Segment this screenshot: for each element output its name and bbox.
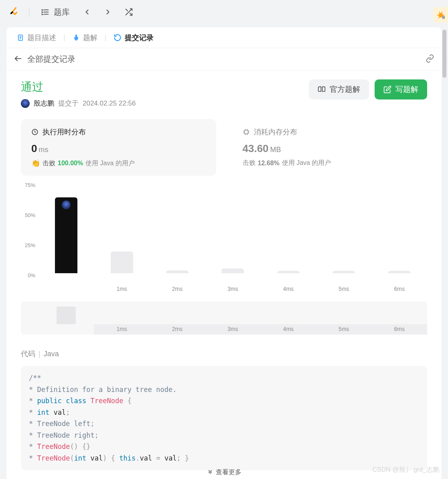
chart-bar[interactable] — [55, 197, 77, 273]
memory-title: 消耗内存分布 — [254, 127, 297, 137]
username[interactable]: 殷志鹏 — [34, 99, 54, 108]
tab-submissions[interactable]: 提交记录 — [109, 30, 158, 46]
runtime-value: 0 — [31, 142, 37, 154]
chart-bar[interactable] — [166, 270, 189, 274]
clap-icon: 👏 — [31, 159, 40, 168]
tabbar: 题目描述 | 题解 | 提交记录 — [6, 27, 442, 48]
runtime-beat-pct: 100.00% — [58, 160, 83, 167]
tab-solution[interactable]: 题解 — [68, 30, 102, 46]
mini-chart[interactable]: 1ms2ms3ms4ms5ms6ms — [21, 302, 427, 335]
subheader-title: 全部提交记录 — [27, 54, 75, 65]
memory-beat-pct: 12.68% — [258, 160, 280, 167]
status-accepted: 通过 — [21, 79, 309, 95]
chart-bar[interactable] — [332, 271, 355, 273]
problems-label: 题库 — [54, 7, 70, 18]
chart-bar[interactable] — [277, 271, 300, 273]
subheader: 全部提交记录 — [6, 48, 442, 71]
write-solution-button[interactable]: 写题解 — [375, 79, 427, 99]
share-link-icon[interactable] — [426, 54, 434, 65]
scrollbar[interactable] — [442, 29, 447, 479]
submission-meta: 殷志鹏 提交于 2024.02.25 22:56 — [21, 99, 309, 108]
main-panel: 题目描述 | 题解 | 提交记录 全部提交记录 通过 殷志鹏 — [6, 27, 442, 479]
memory-value: 43.60 — [243, 142, 269, 154]
code-lang: Java — [44, 350, 59, 358]
back-button[interactable] — [14, 54, 22, 65]
chart-bar[interactable] — [221, 268, 244, 273]
shuffle-button[interactable] — [122, 5, 136, 19]
svg-rect-7 — [442, 16, 445, 19]
code-header: 代码|Java — [21, 349, 427, 359]
avatar[interactable] — [21, 99, 30, 108]
svg-rect-14 — [244, 130, 248, 134]
problems-button[interactable]: 题库 — [38, 4, 73, 20]
official-solution-button[interactable]: 官方题解 — [309, 79, 369, 99]
svg-line-5 — [126, 9, 128, 11]
show-more-button[interactable]: 查看更多 — [207, 468, 241, 477]
runtime-title: 执行用时分布 — [43, 127, 86, 137]
prev-problem-button[interactable] — [80, 5, 94, 19]
runtime-chart: 0%25%50%75% 1ms2ms3ms4ms5ms6ms 1ms2ms3ms… — [21, 183, 427, 335]
tab-description[interactable]: 题目描述 — [12, 30, 61, 46]
topbar: | 题库 — [0, 0, 448, 24]
code-block: /** * Definition for a binary tree node.… — [21, 366, 427, 470]
debug-icon[interactable] — [434, 7, 448, 22]
content: 通过 殷志鹏 提交于 2024.02.25 22:56 官方题解 写题解 — [6, 71, 442, 479]
runtime-card[interactable]: 执行用时分布 0ms 👏 击败 100.00% 使用 Java 的用户 — [21, 119, 216, 176]
chart-bar[interactable] — [111, 252, 133, 273]
avatar — [62, 201, 71, 209]
separator: | — [28, 7, 30, 17]
watermark: CSDN @殷丿 grd_志鹏 — [373, 466, 440, 474]
leetcode-logo[interactable] — [10, 6, 21, 18]
chart-bar[interactable] — [388, 271, 411, 273]
next-problem-button[interactable] — [101, 5, 115, 19]
submitted-time: 2024.02.25 22:56 — [83, 99, 136, 108]
memory-card[interactable]: 消耗内存分布 43.60MB 击败 12.68% 使用 Java 的用户 — [232, 119, 428, 176]
